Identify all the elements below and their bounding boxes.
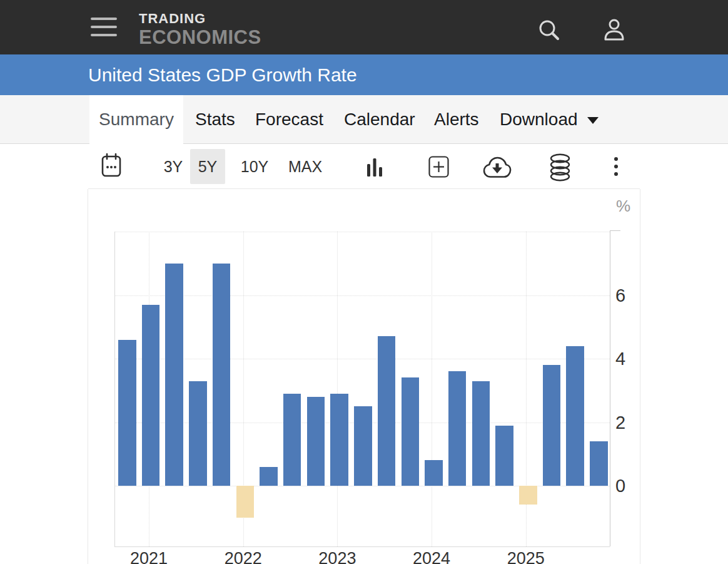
bar bbox=[189, 381, 207, 486]
chart-toolbar: 3Y 5Y 10Y MAX bbox=[88, 144, 640, 189]
chart-gridline bbox=[114, 295, 610, 296]
y-axis-unit-label: % bbox=[616, 197, 630, 216]
range-max-button[interactable]: MAX bbox=[284, 144, 326, 189]
bar bbox=[519, 486, 537, 505]
bar bbox=[330, 394, 348, 486]
calendar-icon[interactable] bbox=[101, 152, 122, 180]
x-axis-label: 2024 bbox=[413, 549, 450, 564]
bar bbox=[425, 460, 443, 486]
range-5y-button[interactable]: 5Y bbox=[190, 149, 225, 184]
caret-down-icon bbox=[587, 117, 599, 124]
bar bbox=[543, 365, 561, 486]
add-compare-icon[interactable] bbox=[428, 156, 449, 180]
bar bbox=[402, 377, 420, 486]
bar bbox=[378, 336, 396, 486]
logo-line2: ECONOMICS bbox=[139, 28, 261, 47]
gdp-growth-chart: 6420%20212022202320242025 bbox=[88, 189, 640, 564]
page: TRADING ECONOMICS United States GDP Grow… bbox=[0, 0, 728, 564]
x-axis-label: 2025 bbox=[507, 549, 545, 564]
y-axis-label: 2 bbox=[615, 413, 625, 433]
x-axis-label: 2023 bbox=[318, 549, 356, 564]
trading-economics-logo[interactable]: TRADING ECONOMICS bbox=[139, 12, 261, 47]
x-axis-label: 2021 bbox=[130, 549, 168, 564]
chart-gridline bbox=[114, 232, 610, 232]
tab-stats[interactable]: Stats bbox=[195, 95, 235, 144]
top-header: TRADING ECONOMICS bbox=[0, 0, 728, 54]
bar-chart-icon[interactable] bbox=[367, 156, 383, 180]
bar bbox=[495, 426, 513, 486]
hamburger-icon[interactable] bbox=[91, 18, 117, 36]
chart-frame-bottom bbox=[114, 546, 610, 547]
bar bbox=[236, 486, 255, 518]
bar bbox=[118, 340, 136, 486]
bar bbox=[142, 305, 160, 486]
chart-gridline bbox=[337, 232, 338, 546]
bar bbox=[283, 394, 301, 486]
kebab-menu-icon[interactable] bbox=[613, 156, 619, 180]
tab-calendar[interactable]: Calendar bbox=[344, 95, 415, 144]
chart-frame-left bbox=[114, 232, 115, 546]
bar bbox=[213, 264, 231, 486]
chart-gridline bbox=[114, 359, 610, 359]
bar bbox=[307, 397, 325, 486]
y-axis-label: 6 bbox=[615, 285, 625, 306]
bar bbox=[165, 264, 183, 486]
page-title: United States GDP Growth Rate bbox=[88, 54, 357, 95]
bar bbox=[472, 381, 490, 486]
tab-alerts[interactable]: Alerts bbox=[434, 95, 479, 144]
bar bbox=[354, 406, 372, 486]
user-icon[interactable] bbox=[602, 18, 627, 44]
logo-line1: TRADING bbox=[139, 12, 261, 26]
range-10y-button[interactable]: 10Y bbox=[237, 144, 272, 189]
page-banner: United States GDP Growth Rate bbox=[0, 54, 728, 95]
bar bbox=[566, 346, 584, 486]
y-axis-label: 0 bbox=[615, 476, 625, 496]
bar bbox=[590, 441, 608, 486]
cloud-download-icon[interactable] bbox=[482, 155, 512, 182]
y-axis-top-tick bbox=[610, 230, 620, 231]
range-3y-button[interactable]: 3Y bbox=[158, 144, 188, 189]
search-icon[interactable] bbox=[537, 18, 562, 45]
tab-strip: Summary Stats Forecast Calendar Alerts D… bbox=[0, 95, 728, 144]
y-axis-line bbox=[610, 230, 610, 546]
database-icon[interactable] bbox=[549, 153, 572, 183]
y-axis-label: 4 bbox=[615, 349, 625, 369]
chart-section: 6420%20212022202320242025 bbox=[88, 189, 640, 564]
tab-forecast[interactable]: Forecast bbox=[255, 95, 323, 144]
chart-gridline bbox=[432, 232, 432, 546]
tab-download[interactable]: Download bbox=[500, 95, 599, 144]
tab-download-label: Download bbox=[500, 110, 578, 129]
tab-summary[interactable]: Summary bbox=[89, 95, 183, 145]
x-axis-label: 2022 bbox=[225, 549, 262, 564]
bar bbox=[260, 467, 278, 486]
bar bbox=[448, 371, 467, 486]
